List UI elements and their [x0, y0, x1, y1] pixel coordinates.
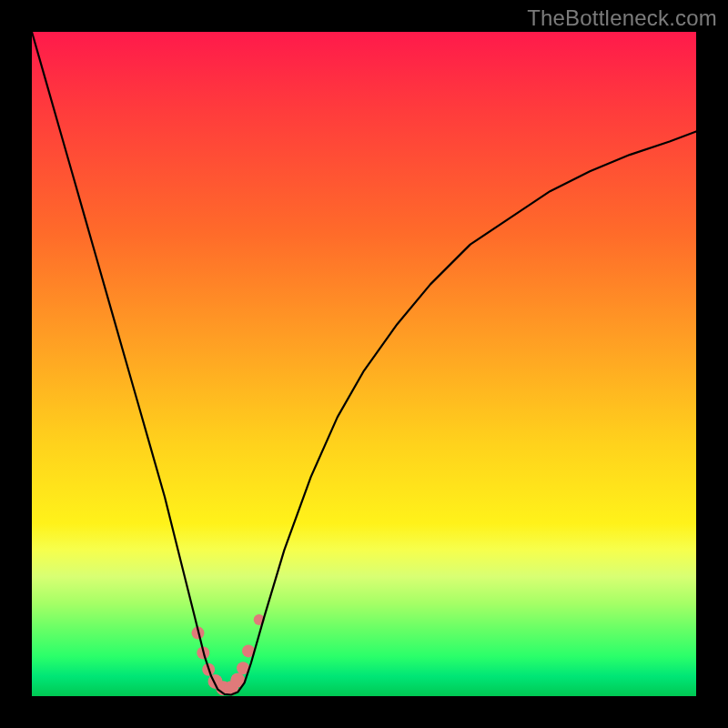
chart-svg	[32, 32, 696, 696]
plot-area	[32, 32, 696, 696]
bottleneck-curve	[32, 32, 696, 695]
attribution-label: TheBottleneck.com	[527, 5, 717, 31]
chart-frame: TheBottleneck.com	[0, 0, 728, 728]
